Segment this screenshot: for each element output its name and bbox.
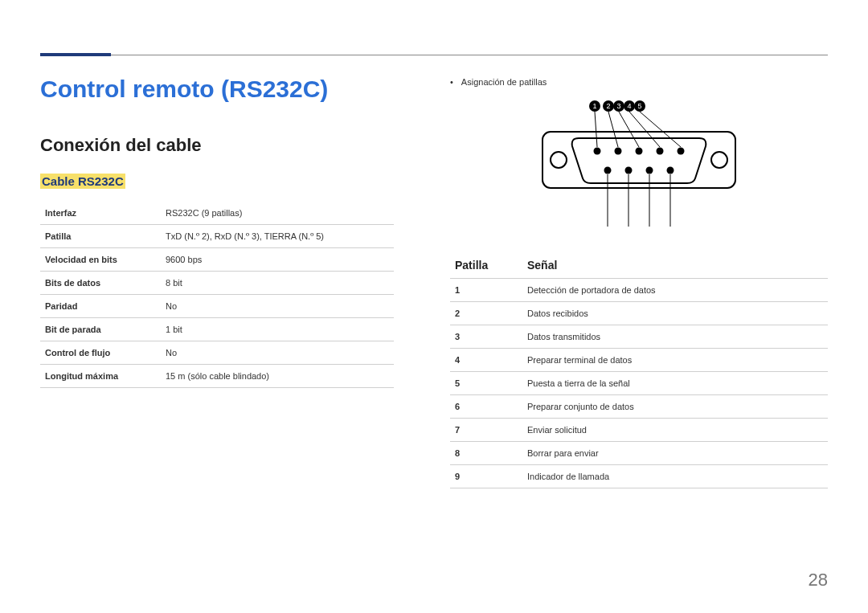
spec-label: Bits de datos (40, 272, 161, 295)
table-row: Paridad No (40, 295, 394, 318)
header-accent-bar (40, 53, 111, 56)
table-row: Control de flujo No (40, 341, 394, 365)
pin-assignment-bullet: Asignación de patillas (450, 77, 828, 87)
pin-signal: Preparar terminal de datos (522, 349, 828, 372)
table-row: Bit de parada 1 bit (40, 318, 394, 341)
table-row: Interfaz RS232C (9 patillas) (40, 202, 394, 225)
svg-line-21 (640, 112, 681, 147)
svg-line-18 (608, 112, 618, 147)
page-title: Control remoto (RS232C) (40, 76, 328, 103)
pin-label-2: 2 (606, 102, 610, 110)
pin-number: 7 (450, 419, 522, 442)
table-row: Patilla TxD (N.º 2), RxD (N.º 3), TIERRA… (40, 225, 394, 248)
pin-header-signal: Señal (527, 259, 557, 272)
spec-value: No (161, 341, 394, 365)
pin-header-pin: Patilla (455, 259, 527, 272)
svg-point-10 (636, 148, 643, 155)
svg-point-16 (667, 167, 674, 174)
pin-signal: Indicador de llamada (522, 465, 828, 488)
spec-label: Longitud máxima (40, 365, 161, 388)
table-row: 9Indicador de llamada (450, 465, 828, 488)
svg-point-8 (594, 148, 601, 155)
spec-label: Control de flujo (40, 341, 161, 365)
table-row: 8Borrar para enviar (450, 442, 828, 465)
svg-line-17 (595, 112, 597, 147)
page-number: 28 (809, 570, 828, 591)
pin-signal: Detección de portadora de datos (522, 279, 828, 302)
svg-point-7 (711, 152, 727, 168)
pin-signal: Puesta a tierra de la señal (522, 372, 828, 395)
spec-label: Velocidad en bits (40, 248, 161, 272)
spec-label: Patilla (40, 225, 161, 248)
pin-number: 3 (450, 325, 522, 349)
table-row: Velocidad en bits 9600 bps (40, 248, 394, 272)
pin-number: 9 (450, 465, 522, 488)
svg-point-9 (615, 148, 622, 155)
section-title: Conexión del cable (40, 135, 394, 156)
svg-point-11 (657, 148, 664, 155)
pin-number: 5 (450, 372, 522, 395)
table-row: 5Puesta a tierra de la señal (450, 372, 828, 395)
header-divider (40, 55, 828, 55)
pin-signal: Datos recibidos (522, 302, 828, 325)
pin-label-1: 1 (592, 102, 596, 110)
spec-value: 8 bit (161, 272, 394, 295)
spec-value: RS232C (9 patillas) (161, 202, 394, 225)
pin-signal: Preparar conjunto de datos (522, 395, 828, 419)
spec-value: 15 m (sólo cable blindado) (161, 365, 394, 388)
table-row: 1Detección de portadora de datos (450, 279, 828, 302)
table-row: 3Datos transmitidos (450, 325, 828, 349)
svg-point-15 (646, 167, 653, 174)
spec-value: TxD (N.º 2), RxD (N.º 3), TIERRA (N.º 5) (161, 225, 394, 248)
pin-table-header: Patilla Señal (450, 252, 828, 279)
spec-value: No (161, 295, 394, 318)
svg-point-12 (678, 148, 685, 155)
pin-signal: Datos transmitidos (522, 325, 828, 349)
table-row: 6Preparar conjunto de datos (450, 395, 828, 419)
cable-spec-table: Interfaz RS232C (9 patillas) Patilla TxD… (40, 202, 394, 388)
table-row: 7Enviar solicitud (450, 419, 828, 442)
spec-value: 9600 bps (161, 248, 394, 272)
pin-label-4: 4 (627, 102, 631, 110)
pin-number: 2 (450, 302, 522, 325)
pin-number: 4 (450, 349, 522, 372)
svg-line-20 (629, 112, 660, 147)
spec-label: Interfaz (40, 202, 161, 225)
spec-label: Paridad (40, 295, 161, 318)
left-column: Conexión del cable Cable RS232C Interfaz… (40, 135, 394, 388)
pin-number: 8 (450, 442, 522, 465)
svg-point-13 (604, 167, 612, 174)
pin-label-3: 3 (616, 102, 620, 110)
pin-signal: Enviar solicitud (522, 419, 828, 442)
svg-line-19 (619, 112, 639, 147)
pin-number: 6 (450, 395, 522, 419)
pin-signal: Borrar para enviar (522, 442, 828, 465)
table-row: 2Datos recibidos (450, 302, 828, 325)
table-row: Longitud máxima 15 m (sólo cable blindad… (40, 365, 394, 388)
right-column: Asignación de patillas 1 2 3 4 5 (450, 77, 828, 488)
table-row: 4Preparar terminal de datos (450, 349, 828, 372)
pin-number: 1 (450, 279, 522, 302)
subsection-title: Cable RS232C (40, 174, 125, 189)
svg-point-6 (551, 152, 567, 168)
svg-rect-5 (542, 132, 735, 188)
pin-label-5: 5 (637, 102, 641, 110)
svg-point-14 (625, 167, 633, 174)
table-row: Bits de datos 8 bit (40, 272, 394, 295)
spec-value: 1 bit (161, 318, 394, 341)
db9-connector-diagram: 1 2 3 4 5 (534, 98, 743, 235)
spec-label: Bit de parada (40, 318, 161, 341)
pin-signal-table: 1Detección de portadora de datos 2Datos … (450, 279, 828, 488)
